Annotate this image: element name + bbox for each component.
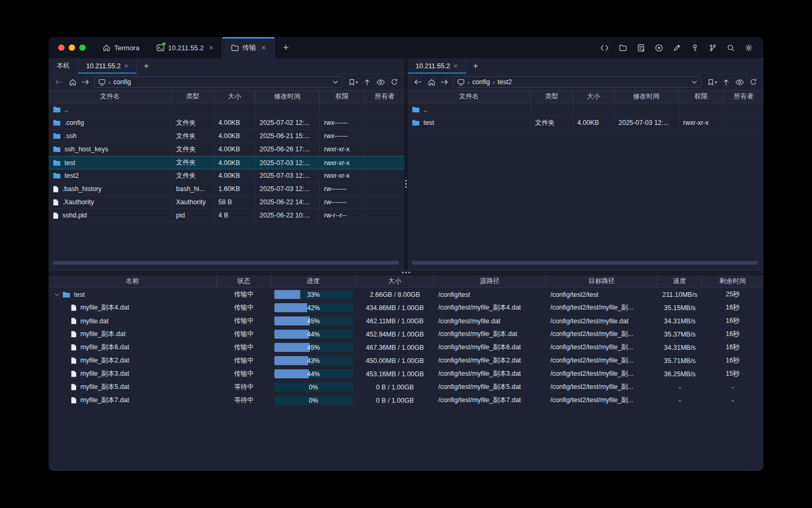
breadcrumb-segment: config bbox=[472, 78, 490, 86]
key-icon[interactable] bbox=[691, 44, 699, 52]
file-row[interactable]: .. bbox=[49, 103, 404, 116]
column-header-name[interactable]: 名称 bbox=[49, 275, 217, 287]
column-header-target-path[interactable]: 目标路径 bbox=[546, 275, 658, 287]
tab-close-icon[interactable]: × bbox=[454, 62, 458, 70]
transfer-name: myfile_副本6.dat bbox=[80, 343, 129, 352]
file-row[interactable]: .XauthorityXauthority58 B2025-06-22 14:.… bbox=[49, 196, 404, 209]
left-breadcrumb[interactable]: ›config bbox=[94, 76, 343, 88]
column-header-permissions[interactable]: 权限 bbox=[679, 90, 724, 103]
file-row[interactable]: test2文件夹4.00KB2025-07-03 12:...rwxr-xr-x bbox=[49, 169, 404, 183]
new-tab-button[interactable]: + bbox=[275, 37, 297, 58]
up-directory-button[interactable] bbox=[364, 79, 371, 86]
record-icon[interactable] bbox=[655, 44, 663, 52]
file-row[interactable]: test文件夹4.00KB2025-07-03 12:...rwxr-xr-x bbox=[49, 156, 404, 169]
file-row[interactable]: .config文件夹4.00KB2025-07-02 12:...rwx----… bbox=[49, 116, 404, 130]
titlebar-tab-host[interactable]: 10.211.55.2× bbox=[148, 37, 222, 58]
file-owner-cell bbox=[365, 209, 404, 222]
transfer-status-cell: 传输中 bbox=[217, 288, 271, 301]
home-button[interactable] bbox=[69, 78, 77, 86]
transfer-status-cell: 等待中 bbox=[217, 380, 271, 394]
forward-button[interactable] bbox=[81, 79, 89, 85]
back-button[interactable] bbox=[53, 77, 64, 87]
column-header-filename[interactable]: 文件名 bbox=[49, 90, 172, 103]
column-header-owner[interactable]: 所有者 bbox=[724, 90, 763, 103]
file-type-cell: bash_hi... bbox=[172, 183, 214, 195]
new-tab-button[interactable]: + bbox=[466, 58, 485, 74]
column-header-speed[interactable]: 速度 bbox=[658, 275, 702, 287]
column-header-source-path[interactable]: 源路径 bbox=[434, 275, 546, 287]
transfer-row[interactable]: myfile_副本4.dat传输中42%434.86MB / 1.00GB/co… bbox=[49, 301, 763, 314]
zoom-window-button[interactable] bbox=[79, 44, 86, 51]
up-directory-button[interactable] bbox=[723, 79, 730, 86]
file-name-cell: test bbox=[408, 116, 531, 129]
transfer-row[interactable]: test传输中33%2.66GB / 8.00GB/config/test/co… bbox=[49, 288, 763, 301]
bookmark-button[interactable]: ▾ bbox=[349, 79, 358, 86]
new-tab-button[interactable]: + bbox=[137, 58, 156, 74]
back-button[interactable] bbox=[412, 77, 423, 87]
column-header-modified[interactable]: 修改时间 bbox=[255, 90, 320, 103]
file-row[interactable]: .ssh文件夹4.00KB2025-06-21 15:...rwx------ bbox=[49, 130, 404, 143]
titlebar-tab-transfer[interactable]: 传输× bbox=[222, 37, 275, 58]
file-row[interactable]: ssh_host_keys文件夹4.00KB2025-06-26 17:...r… bbox=[49, 143, 404, 156]
left-panel-navbar: ›config▾ bbox=[49, 74, 404, 90]
folder-icon[interactable] bbox=[619, 44, 627, 52]
transfer-progress-cell: 33% bbox=[271, 288, 356, 301]
transfer-row[interactable]: myfile.dat传输中45%462.11MB / 1.00GB/config… bbox=[49, 314, 763, 328]
show-hidden-button[interactable] bbox=[735, 79, 744, 85]
right-panel-tab-0[interactable]: 10.211.55.2× bbox=[408, 58, 466, 74]
transfer-row[interactable]: myfile_副本3.dat传输中44%453.16MB / 1.00GB/co… bbox=[49, 367, 763, 380]
column-header-modified[interactable]: 修改时间 bbox=[614, 90, 679, 103]
collapse-chevron-icon[interactable] bbox=[53, 293, 60, 296]
file-row[interactable]: .. bbox=[408, 103, 763, 116]
tab-close-icon[interactable]: × bbox=[209, 43, 213, 52]
pencil-icon[interactable] bbox=[673, 44, 681, 52]
horizontal-splitter[interactable] bbox=[49, 270, 763, 275]
column-header-remaining-time[interactable]: 剩余时间 bbox=[702, 275, 763, 287]
bookmark-caret-icon: ▾ bbox=[356, 80, 358, 85]
horizontal-scrollbar-thumb[interactable] bbox=[53, 261, 399, 265]
transfer-row[interactable]: myfile_副本7.dat等待中0%0 B / 1.00GB/config/t… bbox=[49, 394, 763, 407]
column-header-size[interactable]: 大小 bbox=[356, 275, 434, 287]
horizontal-scrollbar-thumb[interactable] bbox=[412, 261, 758, 265]
column-header-progress[interactable]: 进度 bbox=[271, 275, 356, 287]
transfer-row[interactable]: myfile_副本6.dat传输中45%467.36MB / 1.00GB/co… bbox=[49, 341, 763, 354]
minimize-window-button[interactable] bbox=[69, 44, 75, 51]
close-window-button[interactable] bbox=[58, 44, 64, 51]
transfer-progress-cell: 45% bbox=[271, 341, 356, 354]
path-dropdown-icon[interactable] bbox=[691, 80, 697, 84]
settings-icon[interactable] bbox=[745, 44, 753, 52]
column-header-filename[interactable]: 文件名 bbox=[408, 90, 531, 103]
column-header-size[interactable]: 大小 bbox=[214, 90, 255, 103]
forward-button[interactable] bbox=[440, 79, 448, 85]
file-row[interactable]: sshd.pidpid4 B2025-06-22 10:...rw-r--r-- bbox=[49, 209, 404, 222]
bookmark-button[interactable]: ▾ bbox=[708, 79, 717, 86]
transfer-row[interactable]: myfile_副本2.dat传输中43%450.00MB / 1.00GB/co… bbox=[49, 354, 763, 367]
notes-icon[interactable] bbox=[637, 44, 645, 52]
titlebar-tab-termora[interactable]: Termora bbox=[94, 37, 148, 58]
transfer-target-path-cell: /config/test2/test/myfile_副... bbox=[546, 301, 658, 314]
column-header-status[interactable]: 状态 bbox=[217, 275, 271, 287]
column-header-size[interactable]: 大小 bbox=[573, 90, 614, 103]
transfer-row[interactable]: myfile_副本.dat传输中44%452.94MB / 1.00GB/con… bbox=[49, 328, 763, 341]
path-dropdown-icon[interactable] bbox=[333, 80, 338, 84]
left-panel-tab-0[interactable]: 本机 bbox=[49, 58, 78, 74]
show-hidden-button[interactable] bbox=[376, 79, 385, 85]
search-icon[interactable] bbox=[727, 44, 735, 52]
right-breadcrumb[interactable]: ›config›test2 bbox=[453, 76, 702, 88]
tab-close-icon[interactable]: × bbox=[262, 43, 266, 52]
home-button[interactable] bbox=[428, 78, 436, 86]
column-header-type[interactable]: 类型 bbox=[172, 90, 214, 103]
file-row[interactable]: .bash_historybash_hi...1.60KB2025-07-03 … bbox=[49, 183, 404, 196]
column-header-owner[interactable]: 所有者 bbox=[365, 90, 404, 103]
refresh-button[interactable] bbox=[750, 78, 757, 86]
column-header-permissions[interactable]: 权限 bbox=[320, 90, 365, 103]
branch-icon[interactable] bbox=[709, 44, 717, 52]
code-icon[interactable] bbox=[600, 44, 609, 51]
tab-close-icon[interactable]: × bbox=[124, 62, 128, 70]
file-type-cell: 文件夹 bbox=[172, 143, 214, 156]
column-header-type[interactable]: 类型 bbox=[531, 90, 573, 103]
left-panel-tab-1[interactable]: 10.211.55.2× bbox=[78, 58, 137, 74]
transfer-row[interactable]: myfile_副本5.dat等待中0%0 B / 1.00GB/config/t… bbox=[49, 380, 763, 394]
file-row[interactable]: test文件夹4.00KB2025-07-03 12:...rwxr-xr-x bbox=[408, 116, 763, 130]
refresh-button[interactable] bbox=[391, 78, 398, 86]
